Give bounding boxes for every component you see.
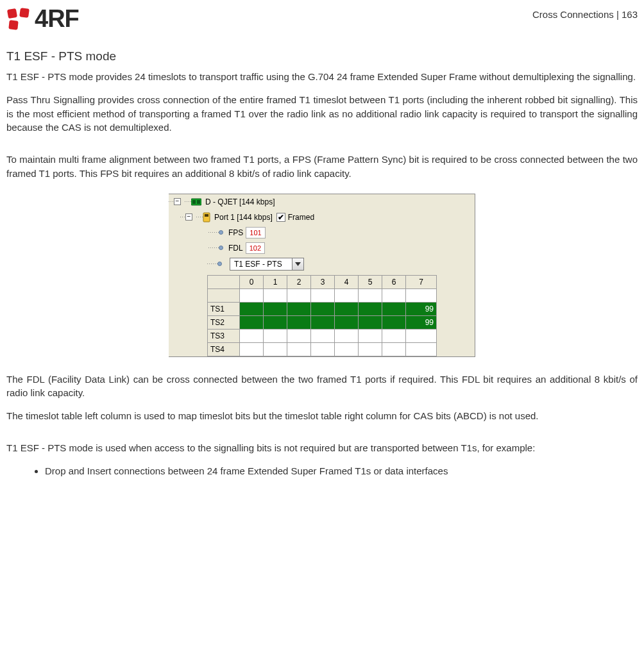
timeslot-cell[interactable] [287,302,311,315]
col-header: 2 [287,275,311,288]
row-label: TS4 [208,342,240,356]
timeslot-cell[interactable] [240,329,264,342]
timeslot-table: 0 1 2 3 4 5 6 7 TS199TS299TS3TS4 [207,275,437,356]
section-title: T1 ESF - PTS mode [6,49,638,63]
svg-rect-1 [19,8,30,18]
col-header: 6 [382,275,406,288]
svg-rect-0 [7,8,17,18]
breadcrumb: Cross Connections | 163 [532,5,638,20]
timeslot-cell[interactable] [311,302,335,315]
timeslot-cell[interactable] [406,288,437,302]
paragraph: The timeslot table left column is used t… [6,409,638,423]
col-header: 1 [264,275,287,288]
timeslot-cell[interactable] [264,342,287,356]
timeslot-cell[interactable] [287,329,311,342]
fdl-tag[interactable]: 102 [246,242,265,254]
fps-label: FPS [228,228,243,237]
mode-select[interactable]: T1 ESF - PTS [230,258,304,271]
config-tree-figure: − D - QJET [144 kbps] − Port 1 [144 kbps… [6,194,638,357]
timeslot-cell[interactable] [359,288,382,302]
timeslot-cell[interactable] [311,315,335,329]
row-label: TS1 [208,302,240,315]
node-dot-icon [219,246,223,250]
row-label: TS2 [208,315,240,329]
timeslot-cell[interactable] [287,342,311,356]
list-item: Drop and Insert connections between 24 f… [45,464,638,478]
timeslot-cell[interactable] [240,342,264,356]
table-row: TS3 [208,329,437,342]
svg-rect-2 [8,20,18,29]
tree-node-port[interactable]: − Port 1 [144 kbps] ✔ Framed [169,210,475,225]
timeslot-cell[interactable] [240,288,264,302]
timeslot-cell[interactable]: 99 [406,315,437,329]
timeslot-cell[interactable] [359,342,382,356]
timeslot-cell[interactable] [264,329,287,342]
timeslot-cell[interactable] [406,329,437,342]
timeslot-cell[interactable] [335,329,359,342]
tree-leaf-mode: T1 ESF - PTS [169,256,475,272]
device-label: D - QJET [144 kbps] [205,197,275,206]
timeslot-cell[interactable] [287,288,311,302]
paragraph: T1 ESF - PTS mode is used when access to… [6,441,638,455]
timeslot-cell[interactable] [311,342,335,356]
table-row: TS299 [208,315,437,329]
node-dot-icon [217,262,222,266]
row-label: TS3 [208,329,240,342]
svg-rect-7 [205,214,208,217]
chevron-down-icon[interactable] [292,258,303,270]
table-header-row: 0 1 2 3 4 5 6 7 [208,275,437,288]
timeslot-cell[interactable] [335,315,359,329]
paragraph: Pass Thru Signalling provides cross conn… [6,93,638,135]
col-header: 4 [335,275,359,288]
brand-logo: 4RF [6,5,79,33]
port-icon [203,212,210,222]
timeslot-cell[interactable] [240,315,264,329]
svg-marker-11 [295,262,301,266]
paragraph: The FDL (Facility Data Link) can be cros… [6,372,638,401]
timeslot-cell[interactable] [264,315,287,329]
svg-point-9 [219,246,223,250]
tree-node-device[interactable]: − D - QJET [144 kbps] [169,194,475,210]
timeslot-cell[interactable] [287,315,311,329]
timeslot-cell[interactable] [382,315,406,329]
timeslot-cell[interactable] [335,302,359,315]
timeslot-cell[interactable] [359,315,382,329]
framed-checkbox[interactable]: ✔ [276,213,285,222]
timeslot-cell[interactable] [335,342,359,356]
logo-squares-icon [6,8,32,31]
timeslot-cell[interactable] [240,302,264,315]
fdl-label: FDL [228,244,243,253]
timeslot-cell[interactable]: 99 [406,302,437,315]
timeslot-cell[interactable] [311,288,335,302]
col-header: 7 [406,275,437,288]
collapse-icon[interactable]: − [185,213,192,221]
table-row: TS4 [208,342,437,356]
table-row [208,288,437,302]
fps-tag[interactable]: 101 [246,227,265,238]
node-dot-icon [219,230,223,235]
brand-text: 4RF [35,5,79,33]
timeslot-cell[interactable] [382,342,406,356]
port-label: Port 1 [144 kbps] [214,213,273,222]
svg-point-10 [218,262,222,266]
col-header [208,275,240,288]
timeslot-cell[interactable] [382,329,406,342]
mode-select-value: T1 ESF - PTS [230,258,292,270]
framed-label: Framed [288,213,314,222]
timeslot-cell[interactable] [264,288,287,302]
timeslot-cell[interactable] [382,288,406,302]
timeslot-cell[interactable] [359,302,382,315]
timeslot-cell[interactable] [311,329,335,342]
bullet-list: Drop and Insert connections between 24 f… [6,464,638,478]
svg-rect-4 [192,200,196,204]
timeslot-cell[interactable] [382,302,406,315]
svg-point-8 [219,231,223,235]
timeslot-cell[interactable] [264,302,287,315]
timeslot-cell[interactable] [359,329,382,342]
tree-leaf-fdl: FDL 102 [169,240,475,256]
collapse-icon[interactable]: − [174,198,181,205]
paragraph: To maintain multi frame alignment betwee… [6,153,638,181]
timeslot-cell[interactable] [406,342,437,356]
timeslot-cell[interactable] [335,288,359,302]
col-header: 0 [240,275,264,288]
